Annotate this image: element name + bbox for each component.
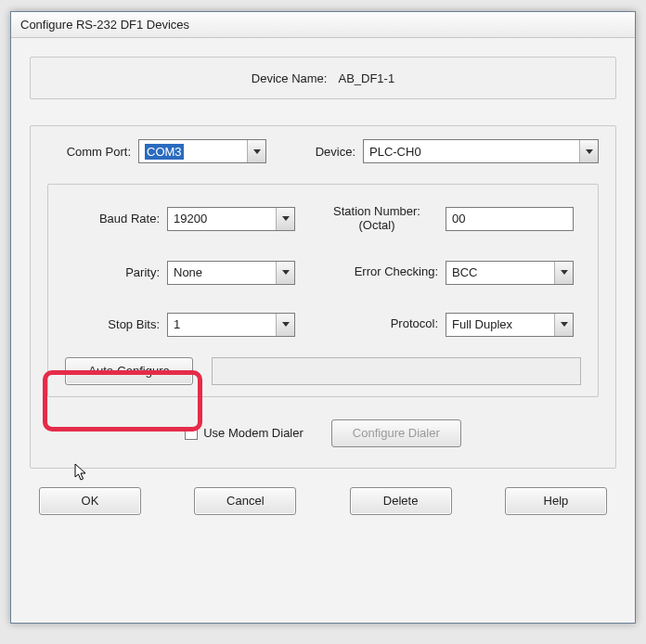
comm-port-value: COM3 <box>145 144 184 160</box>
baud-rate-label: Baud Rate: <box>65 212 167 225</box>
comm-port-label: Comm Port: <box>47 145 138 159</box>
baud-rate-dropdown[interactable]: 19200 <box>167 207 295 231</box>
stop-bits-label: Stop Bits: <box>65 317 167 331</box>
parity-value: None <box>174 265 202 279</box>
help-button[interactable]: Help <box>505 487 607 515</box>
use-modem-dialer-label: Use Modem Dialer <box>203 426 304 440</box>
delete-button[interactable]: Delete <box>350 487 452 515</box>
comm-settings-group: Baud Rate: 19200 Station Number: (Octal)… <box>47 184 599 397</box>
chevron-down-icon <box>579 140 598 162</box>
device-name-label: Device Name: <box>252 71 328 85</box>
stop-bits-value: 1 <box>174 317 180 331</box>
chevron-down-icon <box>554 262 573 284</box>
station-number-input[interactable]: 00 <box>446 207 574 231</box>
ok-button[interactable]: OK <box>39 487 141 515</box>
parity-dropdown[interactable]: None <box>167 261 295 285</box>
comm-port-dropdown[interactable]: COM3 <box>138 139 266 163</box>
station-number-value: 00 <box>452 212 465 225</box>
error-checking-label: Error Checking: <box>316 265 446 279</box>
error-checking-value: BCC <box>452 265 477 279</box>
parity-label: Parity: <box>65 265 167 279</box>
protocol-dropdown[interactable]: Full Duplex <box>446 313 574 337</box>
chevron-down-icon <box>554 314 573 336</box>
auto-configure-status <box>212 357 581 385</box>
protocol-value: Full Duplex <box>452 317 512 331</box>
cancel-button[interactable]: Cancel <box>194 487 296 515</box>
baud-rate-value: 19200 <box>174 212 207 225</box>
device-dropdown[interactable]: PLC-CH0 <box>363 139 599 163</box>
device-label: Device: <box>298 145 363 159</box>
use-modem-dialer-checkbox[interactable]: Use Modem Dialer <box>185 426 304 440</box>
device-name-group: Device Name: AB_DF1-1 <box>30 57 616 99</box>
chevron-down-icon <box>247 140 265 162</box>
protocol-label: Protocol: <box>316 317 446 331</box>
stop-bits-dropdown[interactable]: 1 <box>167 313 295 337</box>
chevron-down-icon <box>276 262 294 284</box>
device-name-value: AB_DF1-1 <box>338 71 394 85</box>
auto-configure-button[interactable]: Auto-Configure <box>65 357 193 385</box>
chevron-down-icon <box>276 314 294 336</box>
window-title: Configure RS-232 DF1 Devices <box>20 18 189 32</box>
titlebar[interactable]: Configure RS-232 DF1 Devices <box>11 12 635 38</box>
error-checking-dropdown[interactable]: BCC <box>446 261 574 285</box>
main-group: Comm Port: COM3 Device: PLC-CH0 <box>30 125 616 469</box>
station-number-label: Station Number: (Octal) <box>316 205 446 233</box>
dialog-buttons: OK Cancel Delete Help <box>30 487 616 515</box>
checkbox-box <box>185 427 198 440</box>
chevron-down-icon <box>276 208 294 230</box>
configure-dialer-button: Configure Dialer <box>331 419 461 447</box>
client-area: Device Name: AB_DF1-1 Comm Port: COM3 De… <box>11 38 635 524</box>
device-value: PLC-CH0 <box>369 145 421 159</box>
dialog-window: Configure RS-232 DF1 Devices Device Name… <box>10 11 636 624</box>
